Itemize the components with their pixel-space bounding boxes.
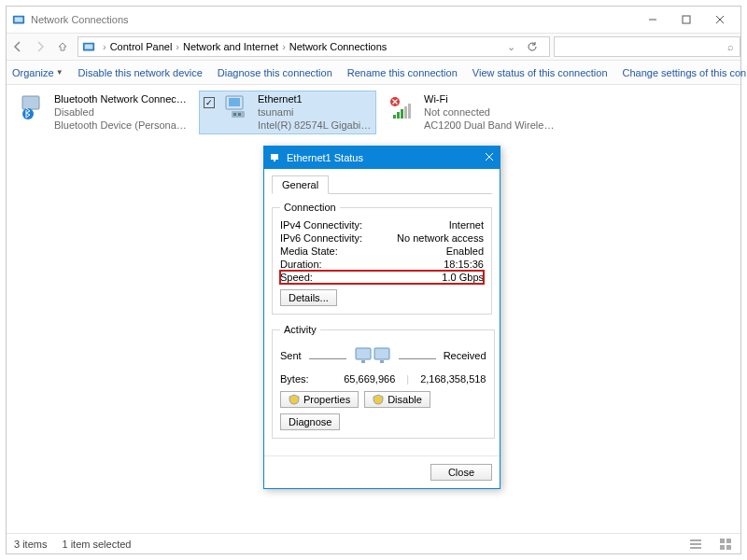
- dialog-tabs: General: [272, 175, 492, 194]
- svg-rect-3: [683, 16, 690, 23]
- svg-rect-26: [404, 106, 407, 119]
- bytes-label: Bytes:: [280, 373, 309, 385]
- cmd-changesettings[interactable]: Change settings of this connection: [623, 67, 747, 78]
- svg-rect-25: [401, 109, 403, 119]
- svg-rect-41: [374, 348, 389, 359]
- sent-label: Sent: [280, 350, 302, 361]
- bytes-received: 2,168,358,518: [420, 373, 486, 385]
- shield-icon: [289, 394, 300, 405]
- chevron-down-icon[interactable]: ⌄: [507, 41, 515, 53]
- svg-rect-36: [271, 154, 278, 160]
- control-panel-icon: [82, 40, 95, 53]
- disable-button[interactable]: Disable: [364, 391, 430, 408]
- connection-status: Not connected: [424, 106, 557, 119]
- cmd-viewstatus[interactable]: View status of this connection: [472, 67, 608, 78]
- media-value: Enabled: [446, 245, 484, 257]
- activity-group: Activity Sent Received Bytes: 65,669,966…: [272, 324, 495, 439]
- checkbox-icon[interactable]: ✓: [204, 97, 215, 108]
- wifi-icon: [388, 93, 418, 121]
- connection-ethernet1[interactable]: ✓ Ethernet1 tsunami Intel(R) 82574L Giga…: [199, 91, 376, 134]
- connection-bluetooth[interactable]: Bluetooth Network Connection Disabled Bl…: [14, 91, 191, 134]
- ipv4-value: Internet: [449, 219, 484, 231]
- connection-device: Intel(R) 82574L Gigabit Netwo...: [258, 119, 372, 133]
- icons-view-icon[interactable]: [718, 537, 733, 552]
- ethernet-icon: [222, 93, 252, 121]
- svg-rect-35: [726, 545, 731, 550]
- command-bar: Organize ▼ Disable this network device D…: [7, 61, 740, 85]
- search-input[interactable]: ⌕: [554, 36, 740, 57]
- connection-status: tsunami: [258, 106, 372, 119]
- svg-rect-23: [393, 115, 396, 119]
- connection-legend: Connection: [280, 202, 340, 213]
- tab-general[interactable]: General: [272, 175, 329, 194]
- crumb-root[interactable]: Control Panel: [110, 41, 173, 52]
- close-button[interactable]: [703, 8, 737, 31]
- connection-device: AC1200 Dual Band Wireless U...: [424, 119, 557, 133]
- ipv6-value: No network access: [397, 232, 484, 244]
- titlebar: Network Connections: [7, 7, 740, 33]
- minimize-button[interactable]: [636, 8, 669, 31]
- svg-rect-27: [408, 104, 411, 119]
- svg-rect-24: [397, 112, 400, 119]
- diagnose-button[interactable]: Diagnose: [280, 413, 340, 430]
- status-bar: 3 items 1 item selected: [7, 533, 740, 553]
- cmd-diagnose[interactable]: Diagnose this connection: [218, 67, 332, 78]
- svg-rect-33: [726, 539, 731, 543]
- speed-label: Speed:: [280, 272, 313, 283]
- svg-rect-32: [720, 539, 725, 543]
- control-panel-icon: [12, 13, 25, 26]
- breadcrumb[interactable]: › Control Panel › Network and Internet ›…: [78, 36, 550, 57]
- speed-value: 1.0 Gbps: [442, 272, 484, 283]
- dialog-close-button[interactable]: [485, 152, 494, 163]
- duration-label: Duration:: [280, 259, 322, 270]
- details-view-icon[interactable]: [688, 537, 703, 552]
- bluetooth-icon: [19, 93, 49, 121]
- cmd-disable[interactable]: Disable this network device: [78, 67, 203, 78]
- received-label: Received: [444, 350, 486, 361]
- connection-name: Wi-Fi: [424, 93, 557, 106]
- svg-rect-42: [361, 360, 365, 363]
- back-button[interactable]: [7, 35, 29, 58]
- cmd-rename[interactable]: Rename this connection: [347, 67, 458, 78]
- forward-button[interactable]: [29, 35, 51, 58]
- svg-rect-19: [229, 98, 240, 106]
- dialog-title: Ethernet1 Status: [287, 152, 363, 163]
- svg-rect-29: [690, 539, 701, 541]
- ethernet-status-dialog: Ethernet1 Status General Connection IPv4…: [263, 146, 500, 489]
- svg-rect-22: [238, 113, 241, 116]
- organize-menu[interactable]: Organize ▼: [12, 67, 63, 78]
- search-icon: ⌕: [727, 41, 734, 52]
- bytes-sent: 65,669,966: [344, 373, 395, 385]
- window-title: Network Connections: [31, 14, 129, 25]
- connection-name: Ethernet1: [258, 93, 372, 106]
- svg-rect-1: [15, 17, 23, 21]
- svg-rect-34: [720, 545, 725, 550]
- connection-device: Bluetooth Device (Personal Ar...: [54, 119, 187, 133]
- network-icon: [270, 152, 281, 163]
- crumb-leaf[interactable]: Network Connections: [289, 41, 388, 52]
- ipv6-label: IPv6 Connectivity:: [280, 232, 362, 244]
- statusbar-selected: 1 item selected: [62, 539, 131, 550]
- svg-rect-43: [380, 360, 384, 363]
- activity-legend: Activity: [280, 324, 320, 335]
- computers-icon: [354, 344, 391, 367]
- crumb-mid[interactable]: Network and Internet: [183, 41, 278, 52]
- svg-rect-31: [690, 547, 701, 549]
- svg-rect-21: [233, 113, 236, 116]
- svg-rect-16: [22, 96, 39, 109]
- up-button[interactable]: [51, 35, 74, 58]
- details-button[interactable]: Details...: [280, 289, 337, 306]
- statusbar-count: 3 items: [14, 539, 47, 550]
- connection-name: Bluetooth Network Connection: [54, 93, 187, 106]
- svg-rect-30: [690, 543, 701, 545]
- media-label: Media State:: [280, 245, 338, 257]
- svg-rect-7: [85, 44, 93, 49]
- ipv4-label: IPv4 Connectivity:: [280, 219, 362, 231]
- dialog-titlebar[interactable]: Ethernet1 Status: [264, 147, 500, 169]
- maximize-button[interactable]: [669, 8, 703, 31]
- properties-button[interactable]: Properties: [280, 391, 359, 408]
- refresh-button[interactable]: [523, 36, 542, 57]
- close-button[interactable]: Close: [430, 464, 492, 481]
- svg-rect-37: [274, 160, 275, 161]
- connection-wifi[interactable]: Wi-Fi Not connected AC1200 Dual Band Wir…: [384, 91, 561, 134]
